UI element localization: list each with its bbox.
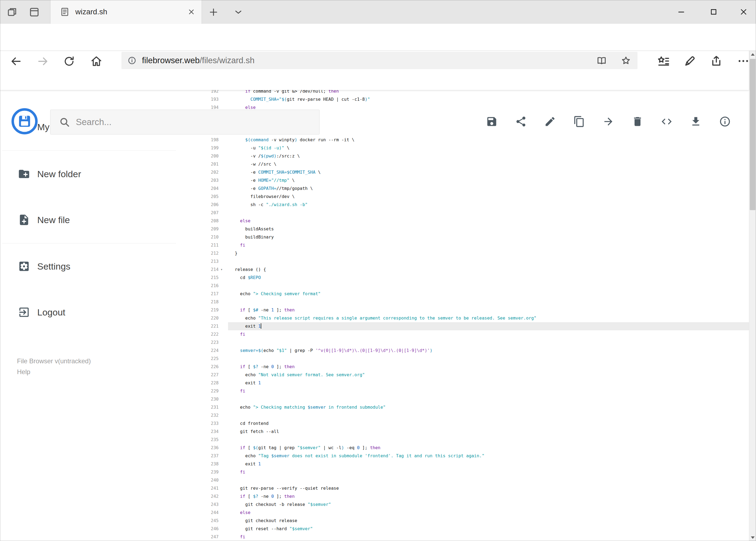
code-line-236[interactable]: 236 if [ $(git tag | grep "$semver" | wc… [178,444,749,452]
scrollbar-thumb[interactable] [750,59,755,210]
code-line-223[interactable]: 223 [178,338,749,346]
code-line-209[interactable]: 209 buildAssets [178,225,749,233]
browser-tab[interactable]: wizard.sh [50,0,202,24]
line-number: 240 [178,476,219,484]
maximize-button[interactable] [701,0,726,24]
forward-button[interactable] [37,55,49,68]
code-line-198[interactable]: 198 $(command -v winpty) docker run --rm… [178,136,749,144]
fold-gutter [219,427,228,436]
code-line-220[interactable]: 220 echo "This release script requires a… [178,314,749,322]
code-line-200[interactable]: 200 -v /$(pwd):/src:z \ [178,152,749,160]
new-tab-button[interactable] [208,7,219,17]
code-line-222[interactable]: 222 fi [178,330,749,338]
code-line-210[interactable]: 210 buildBinary [178,233,749,241]
code-line-230[interactable]: 230 [178,395,749,403]
hub-favorites-icon[interactable] [657,55,670,68]
line-number: 239 [178,468,219,476]
move-button[interactable] [601,114,616,129]
scroll-down-icon[interactable] [749,534,756,541]
more-ellipsis-icon[interactable] [737,55,750,68]
code-line-216[interactable]: 216 [178,282,749,290]
code-line-224[interactable]: 224 semver=$(echo "$1" | grep -P '^v(0|[… [178,346,749,355]
search-input[interactable] [76,117,319,127]
code-line-199[interactable]: 199 -u "$(id -u)" \ [178,144,749,152]
code-line-212[interactable]: 212} [178,249,749,258]
code-line-211[interactable]: 211 fi [178,241,749,249]
code-line-235[interactable]: 235 [178,436,749,444]
code-line-193[interactable]: 193 COMMIT_SHA="$(git rev-parse HEAD | c… [178,95,749,104]
fold-marker-icon[interactable]: ▾ [219,266,228,273]
save-button[interactable] [484,114,499,129]
code-line-219[interactable]: 219 if [ $# -ne 1 ]; then [178,306,749,314]
code-line-204[interactable]: 204 -e GOPATH=//tmp/gopath \ [178,185,749,193]
close-window-button[interactable] [731,0,756,24]
share-icon[interactable] [710,55,723,68]
code-line-246[interactable]: 246 git reset --hard "$semver" [178,525,749,533]
delete-button[interactable] [630,114,645,129]
tabs-preview-icon[interactable] [29,6,40,18]
code-line-247[interactable]: 247 fi [178,533,749,541]
code-line-227[interactable]: 227 echo "Not valid semver format. See s… [178,371,749,379]
back-button[interactable] [10,55,22,68]
code-line-242[interactable]: 242 if [ $? -ne 0 ]; then [178,492,749,500]
web-note-pen-icon[interactable] [683,55,696,68]
code-line-239[interactable]: 239 fi [178,468,749,476]
favorite-star-icon[interactable] [621,55,631,66]
code-line-217[interactable]: 217 echo "> Checking semver format" [178,290,749,298]
info-button[interactable] [717,114,732,129]
code-line-237[interactable]: 237 echo "Tag $semver does not exist in … [178,452,749,460]
code-line-221[interactable]: 221 exit 1 [178,322,749,330]
code-line-215[interactable]: 215 cd $REPO [178,273,749,282]
code-view-button[interactable] [659,114,674,129]
code-line-226[interactable]: 226 if [ $? -ne 0 ]; then [178,363,749,371]
code-line-232[interactable]: 232 [178,411,749,419]
code-line-233[interactable]: 233 cd frontend [178,419,749,427]
filebrowser-logo[interactable] [11,108,38,135]
code-line-243[interactable]: 243 git checkout -b release "$semver" [178,500,749,509]
code-line-206[interactable]: 206 sh -c "./wizard.sh -b" [178,201,749,209]
set-tabs-aside-icon[interactable] [6,6,18,18]
minimize-button[interactable] [669,0,694,24]
code-line-202[interactable]: 202 -e COMMIT_SHA=$COMMIT_SHA \ [178,168,749,176]
rename-button[interactable] [543,114,558,129]
sidebar-item-settings[interactable]: Settings [0,253,178,280]
scroll-up-icon[interactable] [749,51,756,58]
sidebar-item-logout[interactable]: Logout [0,299,178,326]
address-bar[interactable]: filebrowser.web/files/wizard.sh [122,52,637,69]
url-text[interactable]: filebrowser.web/files/wizard.sh [142,56,255,65]
code-line-244[interactable]: 244 else [178,509,749,517]
code-line-229[interactable]: 229 fi [178,387,749,395]
code-line-214[interactable]: 214▾release () { [178,266,749,273]
sidebar-item-new-folder[interactable]: New folder [0,161,178,188]
search-box[interactable] [50,110,320,135]
download-button[interactable] [688,114,703,129]
reading-view-icon[interactable] [597,55,607,66]
code-line-207[interactable]: 207 [178,209,749,217]
code-line-231[interactable]: 231 echo "> Checking matching $semver in… [178,403,749,411]
code-line-225[interactable]: 225 [178,355,749,363]
help-link[interactable]: Help [17,368,30,376]
code-line-213[interactable]: 213 [178,258,749,266]
page-scrollbar[interactable] [749,51,756,541]
tab-close-icon[interactable] [187,8,196,16]
share-file-button[interactable] [513,114,529,129]
code-line-201[interactable]: 201 -w //src \ [178,160,749,168]
code-line-238[interactable]: 238 exit 1 [178,460,749,468]
code-line-240[interactable]: 240 [178,476,749,484]
code-line-218[interactable]: 218 [178,298,749,306]
code-line-245[interactable]: 245 git checkout release [178,517,749,525]
code-line-205[interactable]: 205 filebrowser/dev \ [178,193,749,201]
code-line-192[interactable]: 192 if command -v git &> /dev/null; then [178,90,749,95]
refresh-button[interactable] [63,55,75,68]
code-line-234[interactable]: 234 git fetch --all [178,427,749,436]
code-line-228[interactable]: 228 exit 1 [178,379,749,387]
copy-button[interactable] [572,114,587,129]
home-button[interactable] [90,55,103,68]
code-editor[interactable]: 192 if command -v git &> /dev/null; then… [178,90,749,541]
site-info-icon[interactable] [127,56,136,65]
sidebar-item-new-file[interactable]: New file [0,206,178,234]
code-line-203[interactable]: 203 -e HOME="//tmp" \ [178,176,749,185]
tab-list-chevron-icon[interactable] [233,7,243,17]
code-line-241[interactable]: 241 git rev-parse --verify --quiet relea… [178,484,749,492]
code-line-208[interactable]: 208 else [178,217,749,225]
